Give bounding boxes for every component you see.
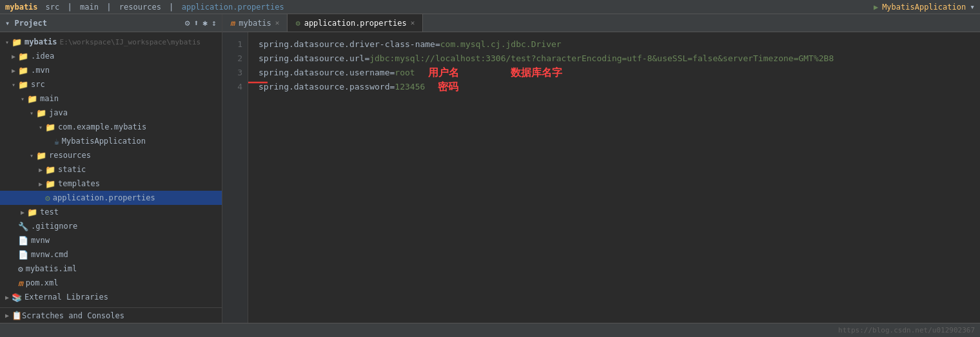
tree-label: MybatisApplication	[62, 137, 146, 146]
sidebar-header: ▾ Project ⚙ ⬆ ✱ ↕	[0, 14, 222, 32]
scratch-icon: 📋	[12, 311, 22, 320]
tab-properties-icon: ⚙	[295, 19, 300, 28]
tree-label: main	[40, 94, 59, 103]
line-num-1: 1	[222, 37, 248, 52]
tree-label: resources	[49, 151, 91, 160]
expand-icon[interactable]: ↕	[211, 18, 217, 28]
tree-item-external-libraries[interactable]: ▶ 📚 External Libraries	[0, 290, 222, 304]
scratches-label: Scratches and Consoles	[22, 311, 124, 320]
tree-item-resources[interactable]: ▾ 📁 resources	[0, 148, 222, 162]
tree-item-mybatis-iml[interactable]: ⚙ mybatis.iml	[0, 262, 222, 276]
tree-item-mybatis-app[interactable]: ☕ MybatisApplication	[0, 134, 222, 148]
top-bar: mybatis src | main | resources | applica…	[0, 0, 980, 14]
tree-item-gitignore[interactable]: 🔧 .gitignore	[0, 219, 222, 233]
tree-path: E:\workspace\IJ_workspace\mybatis	[60, 38, 201, 46]
tree-item-com-example[interactable]: ▾ 📁 com.example.mybatis	[0, 120, 222, 134]
project-label[interactable]: mybatis	[5, 3, 38, 12]
tab-bar: m mybatis ✕ ⚙ application.properties ✕	[222, 14, 980, 32]
folder-icon: 📁	[27, 207, 37, 217]
tab-properties-label: application.properties	[304, 19, 407, 28]
tree-label: pom.xml	[26, 278, 59, 287]
code-area[interactable]: spring.datasource.driver-class-name=com.…	[248, 32, 980, 323]
file-icon: 📄	[18, 236, 28, 246]
tree-item-static[interactable]: ▶ 📁 static	[0, 162, 222, 177]
file-icon: 🔧	[18, 222, 28, 231]
tree-label: mybatis.iml	[26, 264, 77, 273]
tree-item-templates[interactable]: ▶ 📁 templates	[0, 177, 222, 191]
breadcrumb-main: main	[80, 3, 99, 12]
folder-icon: 📁	[27, 94, 37, 104]
tree-label: .idea	[31, 52, 54, 61]
tree-item-application-properties[interactable]: ⚙ application.properties	[0, 191, 222, 205]
tree-arrow: ▾	[27, 152, 36, 159]
tab-mybatis-label: mybatis	[239, 19, 271, 28]
sidebar-icons: ⚙ ⬆ ✱ ↕	[185, 18, 217, 28]
tree-item-mvn[interactable]: ▶ 📁 .mvn	[0, 63, 222, 77]
tree-arrow: ▾	[9, 81, 18, 88]
tab-properties-close[interactable]: ✕	[411, 19, 415, 27]
tree-arrow: ▶	[9, 53, 18, 60]
tree-arrow: ▶	[36, 180, 45, 188]
status-url: https://blog.csdn.net/u012902367	[838, 326, 975, 334]
breadcrumb-src: src	[46, 3, 60, 12]
scratches-arrow: ▶	[5, 312, 9, 319]
tree-label: mvnw	[31, 236, 50, 245]
tree-label: test	[40, 207, 59, 217]
folder-icon: 📁	[45, 122, 55, 132]
scratches-section[interactable]: ▶ 📋 Scratches and Consoles	[0, 307, 222, 323]
breadcrumb-resources: resources	[119, 3, 161, 12]
tree-label: External Libraries	[24, 293, 108, 302]
tree-label: static	[58, 165, 86, 174]
tree-item-mybatis-root[interactable]: ▾ 📁 mybatis E:\workspace\IJ_workspace\my…	[0, 35, 222, 49]
top-bar-right: ▶ MybatisApplication ▾	[874, 2, 975, 12]
tab-application-properties[interactable]: ⚙ application.properties ✕	[288, 14, 423, 32]
tree-item-pom-xml[interactable]: m pom.xml	[0, 276, 222, 290]
folder-icon: 📁	[45, 165, 55, 175]
tree-item-mvnw-cmd[interactable]: 📄 mvnw.cmd	[0, 247, 222, 262]
folder-icon: 📁	[45, 179, 55, 189]
ext-lib-icon: 📚	[12, 293, 22, 302]
tab-mybatis-icon: m	[230, 19, 235, 28]
annotation-password: 密码	[438, 80, 458, 94]
editor-content: 1 2 3 4 spring.datasource.driver-class-n…	[222, 32, 980, 323]
folder-icon: 📁	[18, 80, 28, 90]
app-label[interactable]: MybatisApplication	[882, 3, 966, 12]
tree-label: mybatis	[24, 37, 57, 46]
collapse-icon[interactable]: ⬆	[194, 18, 199, 28]
line-numbers: 1 2 3 4	[222, 32, 248, 323]
dropdown-icon[interactable]: ▾	[970, 2, 975, 12]
tab-mybatis-close[interactable]: ✕	[275, 19, 280, 27]
gear-icon[interactable]: ✱	[202, 18, 208, 28]
line-num-4: 4	[222, 80, 248, 94]
tree-label: application.properties	[53, 193, 155, 202]
sidebar: ▾ Project ⚙ ⬆ ✱ ↕ ▾ 📁 mybatis E:\workspa…	[0, 14, 222, 323]
file-icon: 📄	[18, 250, 28, 260]
tree-arrow: ▶	[3, 294, 12, 301]
run-icon[interactable]: ▶	[874, 3, 878, 12]
tree-label: templates	[58, 179, 100, 188]
tree-item-idea[interactable]: ▶ 📁 .idea	[0, 49, 222, 63]
folder-icon: 📁	[36, 151, 46, 160]
code-line-3: spring.datasource.username=root 用户名 数据库名…	[259, 66, 970, 80]
tree-item-test[interactable]: ▶ 📁 test	[0, 205, 222, 219]
editor-area: m mybatis ✕ ⚙ application.properties ✕ 1…	[222, 14, 980, 323]
line-num-2: 2	[222, 52, 248, 66]
tab-mybatis[interactable]: m mybatis ✕	[222, 14, 288, 32]
file-icon: ⚙	[18, 264, 23, 274]
tree-item-java[interactable]: ▾ 📁 java	[0, 106, 222, 120]
breadcrumb-file: application.properties	[182, 3, 284, 12]
folder-icon: 📁	[12, 37, 22, 47]
tree-arrow: ▾	[36, 124, 45, 131]
tree-item-main[interactable]: ▾ 📁 main	[0, 91, 222, 106]
sidebar-title: ▾ Project	[5, 19, 47, 28]
tree-item-src[interactable]: ▾ 📁 src	[0, 77, 222, 91]
tree-item-mvnw[interactable]: 📄 mvnw	[0, 233, 222, 247]
tree-label: src	[31, 80, 45, 89]
status-bar: https://blog.csdn.net/u012902367	[0, 323, 980, 337]
tree-arrow: ▾	[18, 95, 27, 102]
annotation-username: 用户名	[428, 66, 459, 80]
settings-icon[interactable]: ⚙	[185, 18, 190, 28]
annotation-dbname: 数据库名字	[511, 66, 562, 80]
code-line-2: spring.datasource.url=jdbc:mysql://local…	[259, 52, 970, 66]
properties-icon: ⚙	[45, 193, 50, 203]
